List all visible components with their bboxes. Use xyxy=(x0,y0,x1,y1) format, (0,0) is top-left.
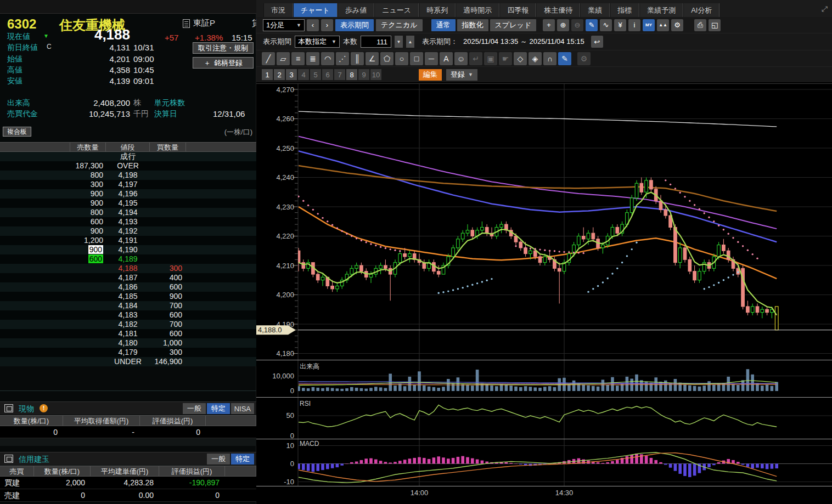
tab-チャート[interactable]: チャート xyxy=(293,3,338,17)
toolbar-button-スプレッド[interactable]: スプレッド xyxy=(490,19,537,31)
text-icon[interactable]: A xyxy=(440,52,453,65)
order-book-row[interactable]: 4,185900 xyxy=(0,292,256,301)
next-button[interactable]: › xyxy=(321,19,333,31)
popout-window-icon[interactable] xyxy=(4,404,13,412)
tab-指標[interactable]: 指標 xyxy=(610,3,639,17)
period-mode-dropdown[interactable]: 本数指定▼ xyxy=(295,36,340,48)
toolbar-button-指数化[interactable]: 指数化 xyxy=(457,19,488,31)
order-book-row[interactable]: UNDER146,900 xyxy=(0,357,256,366)
ellipse-icon[interactable]: ○ xyxy=(395,52,408,65)
chart-preset-3[interactable]: 3 xyxy=(286,69,297,80)
chart-preset-10[interactable]: 10 xyxy=(370,69,381,80)
order-book-row[interactable]: 9004,196 xyxy=(0,189,256,199)
add-watchlist-button[interactable]: ＋ 銘柄登録 xyxy=(193,57,254,69)
order-book-row[interactable]: 4,182700 xyxy=(0,320,256,329)
order-book-row[interactable]: 4,186600 xyxy=(0,282,256,292)
hlines-4-icon[interactable]: ≣ xyxy=(306,52,319,65)
margin-tab-特定[interactable]: 特定 xyxy=(231,454,254,465)
tab-業績予測[interactable]: 業績予測 xyxy=(639,3,683,17)
hline-icon[interactable]: ─ xyxy=(425,52,438,65)
wrench-icon[interactable]: ⚙ xyxy=(671,19,683,31)
order-book-row[interactable]: 4,184700 xyxy=(0,301,256,310)
toolbar-button-テクニカル[interactable]: テクニカル xyxy=(376,19,423,31)
toolbar-button-表示期間[interactable]: 表示期間 xyxy=(335,19,374,31)
order-book-row[interactable]: 8004,198 xyxy=(0,171,256,180)
chart-preset-4[interactable]: 4 xyxy=(298,69,309,80)
bar-count-input[interactable]: 111 xyxy=(361,36,391,48)
order-book-row[interactable]: 9004,190 xyxy=(0,245,256,254)
order-book-row[interactable]: 4,179300 xyxy=(0,348,256,357)
tab-株主優待[interactable]: 株主優待 xyxy=(536,3,580,17)
count-up-button[interactable]: ▲ xyxy=(406,36,414,48)
fan-lines-icon[interactable]: ⋰ xyxy=(336,52,349,65)
trendline-icon[interactable]: ╱ xyxy=(262,52,275,65)
composite-board-button[interactable]: 複合板 xyxy=(3,127,31,137)
vlines-icon[interactable]: ║ xyxy=(351,52,364,65)
ruler-icon[interactable]: ▱ xyxy=(277,52,290,65)
price-chart[interactable]: 4,2704,2604,2504,2404,2304,2204,2104,200… xyxy=(256,82,832,504)
order-book-row[interactable]: 4,181600 xyxy=(0,329,256,338)
chart-preset-7[interactable]: 7 xyxy=(334,69,345,80)
my-chart-icon[interactable]: MY xyxy=(643,19,655,31)
tab-時系列[interactable]: 時系列 xyxy=(419,3,456,17)
register-preset-button[interactable]: 登録▼ xyxy=(446,69,477,81)
sell-qty-header[interactable]: 売数量 xyxy=(70,143,106,151)
popout-icon[interactable]: ◱ xyxy=(709,19,721,31)
chart-preset-5[interactable]: 5 xyxy=(310,69,321,80)
expand-icon[interactable]: ⤢ xyxy=(822,4,828,14)
freehand-draw-icon[interactable]: ✎ xyxy=(586,19,598,31)
print-icon[interactable]: ⎙ xyxy=(694,19,706,31)
zoom-in-icon[interactable]: ⊕ xyxy=(557,19,569,31)
fib-arc-icon[interactable]: ◠ xyxy=(321,52,334,65)
order-book-row[interactable]: 187,300OVER xyxy=(0,161,256,171)
order-book-row[interactable]: 1,2004,191 xyxy=(0,236,256,245)
spot-tab-一般[interactable]: 一般 xyxy=(183,403,206,414)
mountain-chart-icon[interactable]: ▲▲ xyxy=(657,19,669,31)
order-book-row[interactable]: 4,1801,000 xyxy=(0,338,256,348)
hlines-3-icon[interactable]: ≡ xyxy=(291,52,305,65)
order-book-row[interactable]: 3004,197 xyxy=(0,180,256,189)
tab-市況[interactable]: 市況 xyxy=(263,3,293,17)
price-pointer-icon[interactable]: ∿ xyxy=(600,19,612,31)
edit-preset-button[interactable]: 編集 xyxy=(419,69,442,81)
buy-qty-header[interactable]: 買数量 xyxy=(150,143,186,151)
rectangle-icon[interactable]: □ xyxy=(410,52,423,65)
margin-tab-一般[interactable]: 一般 xyxy=(207,454,230,465)
tab-ニュース[interactable]: ニュース xyxy=(374,3,419,17)
order-book-row[interactable]: 4,183600 xyxy=(0,310,256,320)
toolbar-button-通常[interactable]: 通常 xyxy=(431,19,456,31)
order-book-row[interactable]: 4,187400 xyxy=(0,273,256,282)
tab-適時開示[interactable]: 適時開示 xyxy=(456,3,499,17)
spot-tab-NISA[interactable]: NISA xyxy=(231,403,254,414)
timeframe-dropdown[interactable]: 1分足▼ xyxy=(263,19,305,31)
popout-window-icon[interactable] xyxy=(4,455,13,463)
info-icon[interactable]: i xyxy=(628,19,640,31)
order-book-row[interactable]: 6004,189 xyxy=(0,254,256,264)
order-book-row[interactable]: 9004,195 xyxy=(0,199,256,208)
chart-preset-9[interactable]: 9 xyxy=(358,69,369,80)
tab-歩み値[interactable]: 歩み値 xyxy=(338,3,374,17)
magnet-icon[interactable]: ∩ xyxy=(543,52,556,65)
reset-period-button[interactable]: ↩ xyxy=(591,36,603,48)
angle-line-icon[interactable]: ∠ xyxy=(366,52,379,65)
tab-AI分析[interactable]: AI分析 xyxy=(683,3,719,17)
order-book-row[interactable]: 6004,193 xyxy=(0,217,256,226)
count-down-button[interactable]: ▼ xyxy=(395,36,403,48)
tab-業績[interactable]: 業績 xyxy=(580,3,610,17)
chart-preset-1[interactable]: 1 xyxy=(262,69,273,80)
chart-preset-2[interactable]: 2 xyxy=(274,69,285,80)
stamp-icon[interactable]: ☺ xyxy=(454,52,468,65)
lock-draw-icon[interactable]: ✎ xyxy=(558,52,571,65)
yen-icon[interactable]: ¥ xyxy=(614,19,626,31)
price-header[interactable]: 値段 xyxy=(106,143,150,151)
eraser-icon[interactable]: ◇ xyxy=(514,52,527,65)
crosshair-icon[interactable]: + xyxy=(543,19,555,31)
order-book-row[interactable]: 8004,194 xyxy=(0,208,256,217)
chart-preset-6[interactable]: 6 xyxy=(322,69,333,80)
tab-四季報[interactable]: 四季報 xyxy=(499,3,536,17)
order-book-row[interactable]: 成行 xyxy=(0,152,256,161)
eraser-all-icon[interactable]: ◈ xyxy=(529,52,542,65)
chart-preset-8[interactable]: 8 xyxy=(346,69,357,80)
spot-tab-特定[interactable]: 特定 xyxy=(207,403,230,414)
order-book-row[interactable]: 9004,192 xyxy=(0,226,256,236)
